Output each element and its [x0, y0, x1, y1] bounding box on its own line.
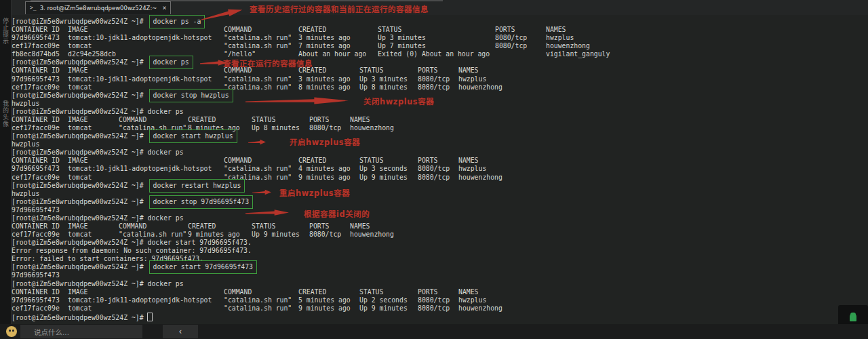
table-cell: houwenzhong: [458, 304, 502, 313]
table-cell: "catalina.sh run": [224, 34, 292, 42]
table-cell: 8080/tcp: [418, 165, 450, 173]
table-cell: hwzplus: [458, 165, 486, 173]
command-text: docker ps: [144, 280, 184, 287]
chevron-left-icon: ‹: [179, 327, 182, 336]
table-cell: 8080/tcp: [418, 296, 450, 304]
table-cell: 4 minutes ago: [298, 165, 351, 173]
table-cell: houwenzhong: [350, 231, 394, 239]
table-header-row: CONTAINER IDIMAGECOMMANDCREATEDSTATUSPOR…: [12, 116, 868, 124]
table-header-cell: PORTS: [418, 288, 438, 296]
arrow-right-icon: [245, 96, 349, 106]
arrow-right-icon: [252, 188, 271, 196]
table-header-cell: NAMES: [546, 26, 566, 34]
table-row: 97d96695f473tomcat:10-jdk11-adoptopenjdk…: [12, 296, 868, 304]
table-cell: 7 minutes ago: [298, 42, 351, 50]
table-cell: houwenzhong: [546, 42, 590, 50]
table-header-row: CONTAINER IDIMAGECOMMANDCREATEDSTATUSPOR…: [12, 157, 868, 165]
table-header-cell: CONTAINER ID: [12, 157, 60, 165]
comment-bar: 说点什么... ‹: [0, 324, 868, 339]
table-cell: cef17facc09e: [12, 231, 60, 239]
collapse-button[interactable]: ‹: [163, 325, 198, 338]
table-header-cell: NAMES: [458, 288, 479, 296]
terminal-tab[interactable]: >_ 3. root@iZm5e8wrubqdpew00wz524Z:~ ×: [25, 1, 171, 14]
annotation-label: 查看历史运行过的容器和当前正在运行的容器信息: [250, 3, 429, 14]
terminal-line: [root@iZm5e8wrubqdpew00wz524Z ~]# docker…: [12, 92, 868, 100]
table-row: 97d96695f473tomcat:10-jdk11-adoptopenjdk…: [12, 75, 868, 83]
table-cell: 8080/tcp: [418, 304, 450, 313]
table-header-cell: PORTS: [495, 26, 515, 34]
table-cell: 8080/tcp: [418, 75, 450, 83]
table-cell: Up 3 minutes: [359, 75, 408, 83]
sidebar-vertical-label[interactable]: 我的头像: [1, 100, 10, 127]
table-header-cell: CONTAINER ID: [12, 288, 60, 296]
sidebar-vertical-label[interactable]: 停止提示: [1, 18, 10, 45]
table-header-cell: COMMAND: [119, 116, 146, 124]
table-header-cell: PORTS: [418, 157, 438, 165]
terminal[interactable]: [root@iZm5e8wrubqdpew00wz524Z ~]# docker…: [0, 15, 868, 324]
shell-prompt: [root@iZm5e8wrubqdpew00wz524Z ~]#: [12, 108, 144, 115]
table-cell: 8080/tcp: [418, 83, 450, 92]
table-header-cell: STATUS: [359, 157, 383, 165]
shell-prompt: [root@iZm5e8wrubqdpew00wz524Z ~]#: [12, 182, 144, 189]
shell-prompt: [root@iZm5e8wrubqdpew00wz524Z ~]#: [12, 148, 144, 156]
command-text: docker ps: [144, 108, 184, 115]
table-header-row: CONTAINER IDIMAGECOMMANDCREATEDSTATUSPOR…: [12, 66, 868, 75]
table-cell: fb8ec8d74bd5: [12, 50, 60, 58]
table-cell: 8080/tcp: [418, 174, 450, 182]
table-cell: cef17facc09e: [12, 124, 60, 132]
shell-prompt: [root@iZm5e8wrubqdpew00wz524Z ~]#: [12, 263, 144, 271]
command-text: docker ps: [144, 148, 184, 156]
annotation-label: 重启hwzplus容器: [279, 187, 350, 198]
table-header-row: CONTAINER IDIMAGECOMMANDCREATEDSTATUSPOR…: [12, 288, 868, 296]
table-cell: 8080/tcp: [309, 231, 341, 239]
table-cell: d2c94e258dcb: [68, 50, 116, 58]
avatar[interactable]: [6, 326, 17, 337]
table-header-row: CONTAINER IDIMAGECOMMANDCREATEDSTATUSPOR…: [12, 222, 868, 231]
table-cell: "catalina.sh run": [224, 304, 292, 313]
table-cell: houwenzhong: [458, 83, 502, 92]
table-row: cef17facc09etomcat"catalina.sh run"9 min…: [12, 231, 868, 239]
table-header-cell: CREATED: [188, 222, 216, 231]
command-text: docker ps: [144, 214, 184, 222]
table-cell: tomcat:10-jdk11-adoptopenjdk-hotspot: [68, 75, 212, 83]
table-cell: 8080/tcp: [309, 124, 341, 132]
table-cell: Up 9 minutes: [252, 231, 300, 239]
table-header-cell: PORTS: [418, 66, 438, 75]
table-cell: hwzplus: [458, 75, 486, 83]
table-header-cell: COMMAND: [224, 288, 252, 296]
table-header-cell: CONTAINER ID: [12, 116, 60, 124]
shell-prompt: [root@iZm5e8wrubqdpew00wz524Z ~]#: [12, 92, 144, 99]
table-header-cell: PORTS: [309, 116, 330, 124]
table-cell: tomcat: [68, 124, 92, 132]
close-icon[interactable]: ×: [162, 5, 166, 12]
terminal-line: [root@iZm5e8wrubqdpew00wz524Z ~]# docker…: [12, 18, 868, 26]
table-cell: Exited (0) About an hour ago: [378, 50, 490, 58]
table-cell: cef17facc09e: [12, 304, 60, 313]
annotation-label: 查看正在运行的容器信息: [223, 58, 313, 68]
table-cell: 8 minutes ago: [298, 83, 351, 92]
table-cell: "catalina.sh run": [224, 75, 292, 83]
arrow-right-icon: [200, 58, 227, 67]
table-header-cell: IMAGE: [68, 157, 88, 165]
table-header-cell: COMMAND: [119, 222, 146, 231]
terminal-line: Error response from daemon: No such cont…: [12, 247, 868, 255]
table-cell: houwenzhong: [350, 124, 394, 132]
table-cell: 5 minutes ago: [298, 296, 351, 304]
table-header-cell: COMMAND: [224, 157, 252, 165]
table-cell: 9 minutes ago: [188, 231, 240, 239]
terminal-line: hwzplus: [12, 140, 868, 148]
annotation-label: 关闭hwzplus容器: [363, 96, 434, 106]
table-cell: "catalina.sh run": [224, 83, 292, 92]
table-header-cell: NAMES: [350, 116, 370, 124]
table-header-cell: CONTAINER ID: [12, 26, 60, 34]
table-header-cell: PORTS: [309, 222, 330, 231]
terminal-line: [root@iZm5e8wrubqdpew00wz524Z ~]# docker…: [12, 132, 868, 140]
table-header-cell: NAMES: [458, 66, 479, 75]
comment-input[interactable]: 说点什么...: [20, 325, 142, 338]
table-cell: tomcat: [68, 174, 92, 182]
command-output: 97d96695f473: [12, 206, 60, 214]
command-text: docker start 97d96695f473.: [144, 239, 252, 246]
terminal-line: [root@iZm5e8wrubqdpew00wz524Z ~]#: [12, 313, 868, 321]
table-cell: 9 minutes ago: [298, 304, 351, 313]
table-cell: 3 minutes ago: [298, 75, 351, 83]
